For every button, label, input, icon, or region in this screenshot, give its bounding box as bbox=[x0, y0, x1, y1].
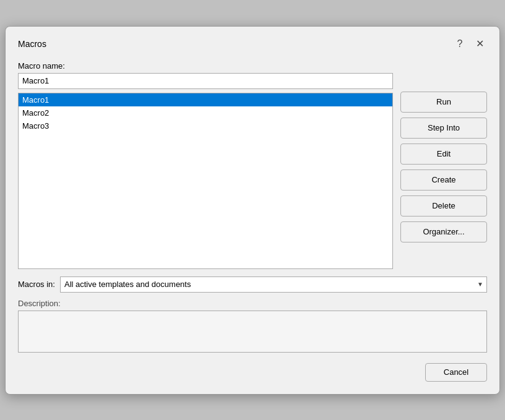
macros-dialog: Macros ? ✕ Macro name: Macro1 Macro2 Mac… bbox=[5, 26, 500, 395]
dialog-title: Macros bbox=[18, 39, 46, 49]
left-panel: Macro1 Macro2 Macro3 bbox=[18, 73, 393, 269]
macros-in-row: Macros in: All active templates and docu… bbox=[18, 276, 487, 293]
title-bar-right: ? ✕ bbox=[452, 36, 487, 51]
title-bar: Macros ? ✕ bbox=[18, 36, 487, 51]
cancel-button[interactable]: Cancel bbox=[425, 363, 487, 382]
help-button[interactable]: ? bbox=[452, 36, 467, 51]
footer: Cancel bbox=[18, 363, 487, 382]
right-panel: Run Step Into Edit Create Delete Organiz… bbox=[400, 73, 487, 269]
macro-list: Macro1 Macro2 Macro3 bbox=[19, 93, 392, 268]
step-into-button[interactable]: Step Into bbox=[400, 118, 487, 139]
description-label: Description: bbox=[18, 299, 487, 308]
list-item[interactable]: Macro3 bbox=[19, 119, 392, 132]
macro-name-input[interactable] bbox=[18, 73, 393, 89]
macros-in-select[interactable]: All active templates and documents Norma… bbox=[60, 276, 487, 293]
macro-list-container: Macro1 Macro2 Macro3 bbox=[18, 93, 393, 269]
bottom-section: Macros in: All active templates and docu… bbox=[18, 276, 487, 354]
delete-button[interactable]: Delete bbox=[400, 195, 487, 216]
macro-name-label: Macro name: bbox=[18, 61, 487, 71]
macros-in-label: Macros in: bbox=[18, 280, 55, 289]
organizer-button[interactable]: Organizer... bbox=[400, 221, 487, 242]
edit-button[interactable]: Edit bbox=[400, 144, 487, 165]
create-button[interactable]: Create bbox=[400, 169, 487, 191]
list-item[interactable]: Macro1 bbox=[19, 93, 392, 106]
main-content: Macro1 Macro2 Macro3 Run Step Into Edit … bbox=[18, 73, 487, 269]
title-bar-left: Macros bbox=[18, 39, 46, 49]
run-button[interactable]: Run bbox=[400, 92, 487, 113]
list-item[interactable]: Macro2 bbox=[19, 106, 392, 119]
macros-in-select-wrapper: All active templates and documents Norma… bbox=[60, 276, 487, 293]
description-textarea[interactable] bbox=[18, 311, 487, 353]
close-button[interactable]: ✕ bbox=[472, 36, 487, 51]
